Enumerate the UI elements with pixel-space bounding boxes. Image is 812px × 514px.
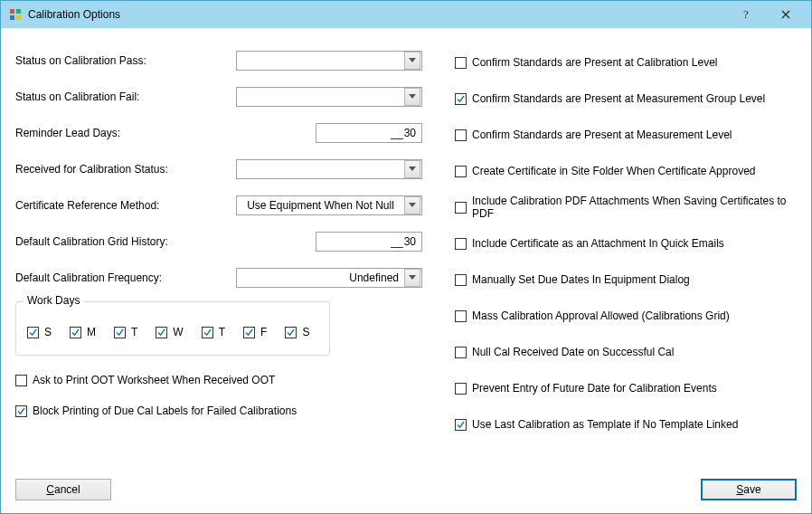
option-checkbox-0[interactable]: Confirm Standards are Present at Calibra… xyxy=(455,44,797,81)
checkbox-box xyxy=(455,57,467,69)
status-pass-combo[interactable] xyxy=(236,51,422,71)
cert-ref-method-value: Use Equipment When Not Null xyxy=(237,199,404,212)
option-checkbox-5[interactable]: Include Certificate as an Attachment In … xyxy=(455,225,797,262)
title-bar: Calibration Options ? xyxy=(1,1,811,28)
option-label: Null Cal Received Date on Successful Cal xyxy=(472,346,674,358)
checkbox-box xyxy=(455,129,467,141)
work-day-label: M xyxy=(87,326,96,338)
checkbox-box xyxy=(27,327,39,338)
work-day-checkbox-1[interactable]: M xyxy=(70,326,96,338)
left-column: Status on Calibration Pass: Status on Ca… xyxy=(15,43,422,443)
option-label: Mass Calibration Approval Allowed (Calib… xyxy=(472,309,730,322)
work-day-checkbox-5[interactable]: F xyxy=(243,326,267,338)
status-fail-combo[interactable] xyxy=(236,87,422,107)
svg-rect-3 xyxy=(16,15,21,20)
status-pass-label: Status on Calibration Pass: xyxy=(15,54,234,67)
work-day-checkbox-3[interactable]: W xyxy=(156,326,183,338)
window-title: Calibration Options xyxy=(28,8,726,21)
app-icon xyxy=(8,7,23,22)
right-column: Confirm Standards are Present at Calibra… xyxy=(455,43,797,443)
status-fail-label: Status on Calibration Fail: xyxy=(15,90,234,103)
work-day-label: S xyxy=(302,326,309,338)
option-label: Confirm Standards are Present at Measure… xyxy=(472,92,765,105)
option-checkbox-1[interactable]: Confirm Standards are Present at Measure… xyxy=(455,81,797,117)
option-checkbox-8[interactable]: Null Cal Received Date on Successful Cal xyxy=(455,334,797,370)
option-label: Use Last Calibration as Template if No T… xyxy=(472,418,738,431)
calibration-options-window: Calibration Options ? Status on Calibrat… xyxy=(0,0,812,514)
checkbox-box xyxy=(455,166,467,177)
reminder-lead-label: Reminder Lead Days: xyxy=(15,127,234,139)
checkbox-box xyxy=(114,327,126,338)
received-status-combo[interactable] xyxy=(236,159,422,179)
checkbox-box xyxy=(15,375,27,386)
chevron-down-icon[interactable] xyxy=(404,269,420,287)
option-checkbox-10[interactable]: Use Last Calibration as Template if No T… xyxy=(455,406,797,443)
checkbox-box xyxy=(15,405,27,417)
checkbox-box xyxy=(455,347,467,358)
svg-rect-1 xyxy=(16,9,21,14)
checkbox-box xyxy=(455,202,467,214)
help-button[interactable]: ? xyxy=(726,2,766,27)
option-label: Confirm Standards are Present at Measure… xyxy=(472,128,732,141)
checkbox-box xyxy=(285,327,297,338)
cert-ref-method-combo[interactable]: Use Equipment When Not Null xyxy=(236,195,422,215)
work-day-checkbox-2[interactable]: T xyxy=(114,326,137,338)
close-button[interactable] xyxy=(766,2,806,27)
default-freq-row: Default Calibration Frequency: Undefined xyxy=(15,260,422,296)
ask-print-oot-checkbox[interactable]: Ask to Print OOT Worksheet When Received… xyxy=(15,374,422,386)
reminder-lead-value: 30 xyxy=(404,127,416,139)
checkbox-box xyxy=(202,327,213,338)
option-label: Include Calibration PDF Attachments When… xyxy=(472,195,797,220)
work-day-checkbox-0[interactable]: S xyxy=(27,326,52,338)
grid-history-input[interactable]: __30 xyxy=(316,232,422,252)
checkbox-box xyxy=(156,327,167,338)
svg-rect-0 xyxy=(10,9,14,14)
reminder-lead-input[interactable]: __30 xyxy=(316,123,422,143)
option-checkbox-4[interactable]: Include Calibration PDF Attachments When… xyxy=(455,189,797,225)
option-label: Include Certificate as an Attachment In … xyxy=(472,237,724,250)
default-freq-value: Undefined xyxy=(237,271,404,284)
work-day-label: T xyxy=(219,326,225,338)
work-day-checkbox-4[interactable]: T xyxy=(202,326,225,338)
checkbox-box xyxy=(455,274,467,286)
option-label: Manually Set Due Dates In Equipment Dial… xyxy=(472,273,690,286)
work-day-label: F xyxy=(260,326,267,338)
save-button-label: Save xyxy=(736,483,760,496)
default-freq-label: Default Calibration Frequency: xyxy=(15,271,234,284)
block-printing-checkbox[interactable]: Block Printing of Due Cal Labels for Fai… xyxy=(15,405,422,417)
chevron-down-icon[interactable] xyxy=(404,160,420,178)
grid-history-label: Default Calibration Grid History: xyxy=(15,235,234,248)
option-checkbox-7[interactable]: Mass Calibration Approval Allowed (Calib… xyxy=(455,298,797,334)
received-status-label: Received for Calibration Status: xyxy=(15,163,234,176)
save-button[interactable]: Save xyxy=(701,479,797,500)
work-day-label: S xyxy=(44,326,52,338)
button-row: Cancel Save xyxy=(15,479,797,500)
chevron-down-icon[interactable] xyxy=(404,88,420,106)
status-fail-row: Status on Calibration Fail: xyxy=(15,79,422,115)
checkbox-box xyxy=(455,383,467,395)
checkbox-box xyxy=(455,419,467,431)
default-freq-combo[interactable]: Undefined xyxy=(236,268,422,288)
checkbox-box xyxy=(455,93,467,105)
option-checkbox-3[interactable]: Create Certificate in Site Folder When C… xyxy=(455,153,797,189)
cert-ref-method-row: Certificate Reference Method: Use Equipm… xyxy=(15,187,422,224)
client-area: Status on Calibration Pass: Status on Ca… xyxy=(1,28,811,513)
checkbox-box xyxy=(243,327,255,338)
work-days-group: Work Days SMTWTFS xyxy=(15,301,330,356)
grid-history-value: 30 xyxy=(404,235,416,248)
received-status-row: Received for Calibration Status: xyxy=(15,151,422,187)
checkbox-box xyxy=(455,238,467,250)
cancel-button[interactable]: Cancel xyxy=(15,479,111,500)
chevron-down-icon[interactable] xyxy=(404,196,420,214)
svg-rect-2 xyxy=(10,15,14,20)
svg-text:?: ? xyxy=(743,8,749,21)
chevron-down-icon[interactable] xyxy=(404,52,420,70)
option-checkbox-9[interactable]: Prevent Entry of Future Date for Calibra… xyxy=(455,370,797,406)
status-pass-row: Status on Calibration Pass: xyxy=(15,43,422,79)
option-checkbox-2[interactable]: Confirm Standards are Present at Measure… xyxy=(455,117,797,153)
option-checkbox-6[interactable]: Manually Set Due Dates In Equipment Dial… xyxy=(455,262,797,298)
work-day-checkbox-6[interactable]: S xyxy=(285,326,309,338)
checkbox-box xyxy=(70,327,81,338)
work-day-label: W xyxy=(173,326,183,338)
cancel-button-label: Cancel xyxy=(46,483,80,496)
